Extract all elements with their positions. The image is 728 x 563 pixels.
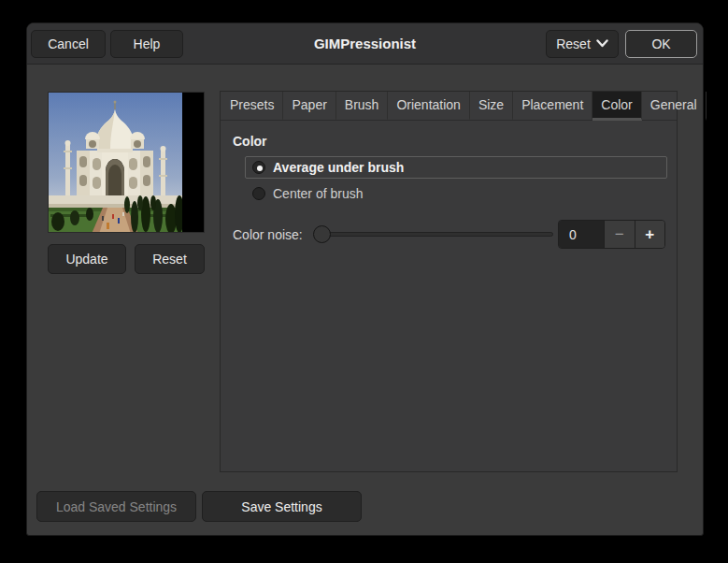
slider-track[interactable] [316, 232, 553, 237]
cancel-button[interactable]: Cancel [31, 30, 106, 58]
tab-orientation[interactable]: Orientation [388, 92, 469, 121]
radio-label: Center of brush [273, 186, 364, 201]
reset-dropdown-label: Reset [556, 36, 591, 51]
settings-notebook: Presets Paper Brush Orientation Size Pla… [220, 91, 678, 472]
plus-icon[interactable]: + [635, 221, 665, 248]
tab-presets[interactable]: Presets [221, 92, 283, 121]
update-button[interactable]: Update [48, 244, 126, 274]
header-bar: GIMPressionist Cancel Help Reset OK [27, 23, 703, 65]
radio-label: Average under brush [273, 160, 404, 175]
reset-dropdown-button[interactable]: Reset [546, 30, 619, 58]
save-settings-button[interactable]: Save Settings [202, 491, 362, 522]
radio-center-of-brush[interactable]: Center of brush [245, 182, 667, 205]
ok-button[interactable]: OK [625, 30, 697, 58]
color-noise-label: Color noise: [233, 227, 303, 242]
color-noise-spinbox: 0 − + [558, 220, 665, 249]
taj-mahal-preview [49, 93, 182, 233]
preview-image [48, 92, 205, 233]
radio-unselected-icon [252, 187, 265, 200]
tab-placement[interactable]: Placement [513, 92, 592, 121]
help-button[interactable]: Help [110, 30, 183, 58]
tab-size[interactable]: Size [470, 92, 513, 121]
tab-bar: Presets Paper Brush Orientation Size Pla… [221, 92, 677, 121]
radio-average-under-brush[interactable]: Average under brush [245, 156, 667, 179]
radio-selected-icon [252, 161, 265, 174]
gimpressionist-dialog: GIMPressionist Cancel Help Reset OK [26, 22, 704, 536]
color-noise-slider[interactable] [310, 220, 553, 249]
tab-general[interactable]: General [642, 92, 707, 121]
minus-icon[interactable]: − [604, 221, 635, 248]
color-section-heading: Color [233, 134, 267, 149]
slider-handle[interactable] [313, 225, 331, 243]
load-saved-settings-button[interactable]: Load Saved Settings [36, 491, 196, 522]
tab-brush[interactable]: Brush [336, 92, 389, 121]
tab-paper[interactable]: Paper [283, 92, 335, 121]
tab-color[interactable]: Color [592, 92, 641, 121]
color-noise-value[interactable]: 0 [559, 221, 604, 248]
chevron-down-icon [596, 39, 608, 48]
preview-reset-button[interactable]: Reset [135, 244, 205, 274]
